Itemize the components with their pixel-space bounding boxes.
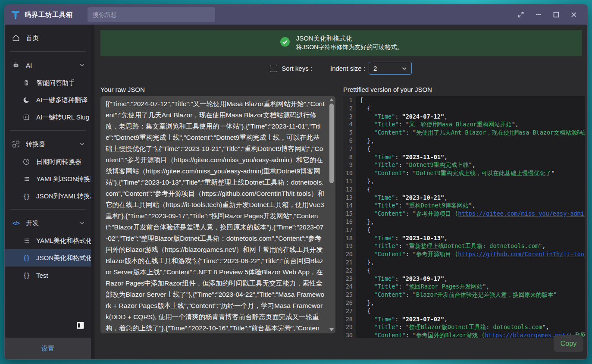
sidebar-item-yaml-to-json[interactable]: YAML到JSON转换器 <box>5 170 91 188</box>
sidebar-group-dev[interactable]: </> 开发 <box>5 214 91 232</box>
sidebar-item-ai-translate[interactable]: AI一键多语种翻译 <box>5 91 91 109</box>
sidebar-item-label: 首页 <box>26 34 39 42</box>
sidebar-divider <box>10 130 86 131</box>
robot-icon <box>12 61 20 69</box>
settings-label: 设置 <box>41 345 54 353</box>
sidebar-divider <box>10 51 86 52</box>
code-line: 5 "Content": "先使用了几天Ant Blazor，现在使用Masa … <box>343 129 585 137</box>
code-line: 15 "Content": "参考开源项目 (https://gitee.com… <box>343 210 585 218</box>
sidebar-divider <box>10 209 86 210</box>
code-line: 4 "Title": "又一轮使用Masa Blazor重构网站开始", <box>343 120 585 129</box>
code-line: 11 }, <box>343 177 585 185</box>
app-title: 码界工坊工具箱 <box>25 11 73 19</box>
code-line: 13 "Time": "2023-10-21", <box>343 194 585 202</box>
window-controls <box>514 8 587 21</box>
code-line: 26 }, <box>343 299 585 307</box>
scroll-down-arrow-icon[interactable] <box>329 328 334 331</box>
sidebar-item-label: 智能问答助手 <box>36 79 75 87</box>
sidebar-item-home[interactable]: 首页 <box>5 29 91 47</box>
list-icon <box>22 175 31 183</box>
chevron-down-icon <box>79 62 85 69</box>
check-circle-icon <box>280 37 290 49</box>
editor-panels: Your raw JSON [{"Time":"2024-07-12","Tit… <box>100 86 585 338</box>
swap-icon <box>12 140 20 148</box>
indent-size-select[interactable]: 2 <box>369 62 412 75</box>
pretty-code: 1[2 {3 "Time": "2024-07-12",4 "Title": "… <box>343 96 585 338</box>
sidebar-item-label: AI一键多语种翻译 <box>36 96 88 104</box>
sidebar-group-ai[interactable]: AI <box>5 56 91 74</box>
indent-size-label: Indent size : <box>330 65 365 72</box>
desktop-background: 码界工坊工具箱 <box>0 0 592 364</box>
sidebar-item-json-to-yaml[interactable]: { } JSON到YAML转换器 <box>5 188 91 205</box>
sidebar-item-qa-assistant[interactable]: 智能问答助手 <box>5 74 91 91</box>
sidebar-item-datetime-converter[interactable]: 日期时间转换器 <box>5 153 91 170</box>
code-line: 25 "Content": "Blazor开发前台体验还是差强人意，换回原来的版… <box>343 291 585 299</box>
maximize-button[interactable] <box>550 8 563 21</box>
main-content: JSON美化和格式化 将JSON字符串修饰为友好的可读格式。 Sort keys… <box>94 25 587 359</box>
code-line: 2 { <box>343 104 585 113</box>
code-line: 1[ <box>343 96 585 104</box>
tool-subtitle: 将JSON字符串修饰为友好的可读格式。 <box>296 43 403 51</box>
code-line: 9 "Title": "Dotnet9重构完成上线", <box>343 161 585 169</box>
raw-json-header: Your raw JSON <box>100 86 335 96</box>
sidebar-group-converter[interactable]: 转换器 <box>5 135 91 153</box>
list-icon <box>22 236 31 245</box>
chevron-down-icon <box>401 66 407 71</box>
code-line: 19 "Title": "重新整理上线Dotnet工具箱: dotnetools… <box>343 242 585 250</box>
assistant-icon <box>22 78 31 87</box>
sidebar-group-label: 开发 <box>26 219 39 227</box>
pretty-json-output[interactable]: 1[2 {3 "Time": "2024-07-12",4 "Title": "… <box>343 96 585 338</box>
braces-icon: { } <box>22 271 31 279</box>
code-line: 16 }, <box>343 218 585 226</box>
tool-title: JSON美化和格式化 <box>296 34 403 43</box>
search-input[interactable] <box>88 7 215 22</box>
chevron-down-icon <box>79 220 85 227</box>
code-line: 22 { <box>343 267 585 275</box>
code-line: 6 }, <box>343 137 585 145</box>
scroll-up-arrow-icon[interactable] <box>329 98 334 101</box>
code-line: 12 { <box>343 185 585 194</box>
sidebar-item-json-prettify[interactable]: { } JSON美化和格式化 <box>5 249 91 267</box>
code-line: 14 "Title": "重构Dotnet9博客网站", <box>343 201 585 210</box>
scrollbar-thumb[interactable] <box>329 104 334 183</box>
code-line: 20 "Content": "参考开源项目 (https://github.co… <box>343 250 585 258</box>
raw-json-input[interactable]: [{"Time":"2024-07-12","Title":"又一轮使用Masa… <box>100 96 335 333</box>
fullscreen-button[interactable] <box>514 8 527 21</box>
settings-button[interactable]: 设置 <box>5 338 91 359</box>
code-line: 29 "Title": "整理Blazor版Dotnet工具箱: dotneto… <box>343 323 585 331</box>
code-icon: </> <box>12 219 20 227</box>
sidebar-collapse-button[interactable] <box>77 322 84 331</box>
sidebar-item-label: Test <box>36 272 48 279</box>
options-row: Sort keys : Indent size : 2 <box>94 61 587 75</box>
sidebar-item-label: AI一键转URL Slug <box>36 113 89 122</box>
minimize-button[interactable] <box>532 8 545 21</box>
sidebar-item-label: YAML美化和格式化 <box>36 237 91 245</box>
close-button[interactable] <box>567 8 580 21</box>
code-line: 8 "Time": "2023-11-01", <box>343 153 585 161</box>
copy-button[interactable]: Copy <box>554 335 583 352</box>
sidebar-item-label: 日期时间转换器 <box>36 158 81 166</box>
pretty-json-header: Prettified version of your JSON <box>343 86 585 96</box>
code-line: 18 "Time": "2023-10-13", <box>343 234 585 242</box>
sidebar-item-test[interactable]: { } Test <box>5 267 91 284</box>
pause-square-icon <box>22 113 31 122</box>
sidebar-item-yaml-prettify[interactable]: YAML美化和格式化 <box>5 232 91 249</box>
home-icon <box>12 34 20 42</box>
raw-json-text: [{"Time":"2024-07-12","Title":"又一轮使用Masa… <box>100 96 335 333</box>
sidebar-item-label: JSON美化和格式化 <box>36 254 91 262</box>
sidebar-item-ai-url-slug[interactable]: AI一键转URL Slug <box>5 109 91 126</box>
indent-size-value: 2 <box>373 65 377 72</box>
sidebar-item-label: YAML到JSON转换器 <box>36 175 91 183</box>
code-line: 21 }, <box>343 258 585 267</box>
sidebar: 首页 AI 智能问答助手 <box>5 25 91 359</box>
code-line: 24 "Title": "挽回Razor Pages开发网站", <box>343 282 585 291</box>
clock-icon <box>22 157 31 166</box>
app-logo-icon <box>10 9 21 20</box>
code-line: 30 "Content": "参考国外的Blazor游戏 (https://bl… <box>343 331 585 338</box>
braces-icon: { } <box>22 254 31 262</box>
code-line: 10 "Content": "Dotnet9重构完成上线，可以在此基础上慢慢优化… <box>343 169 585 177</box>
raw-json-scrollbar[interactable] <box>329 97 334 333</box>
code-line: 3 "Time": "2024-07-12", <box>343 113 585 121</box>
sort-keys-checkbox[interactable] <box>270 65 277 72</box>
tool-banner: JSON美化和格式化 将JSON字符串修饰为友好的可读格式。 <box>100 30 582 56</box>
